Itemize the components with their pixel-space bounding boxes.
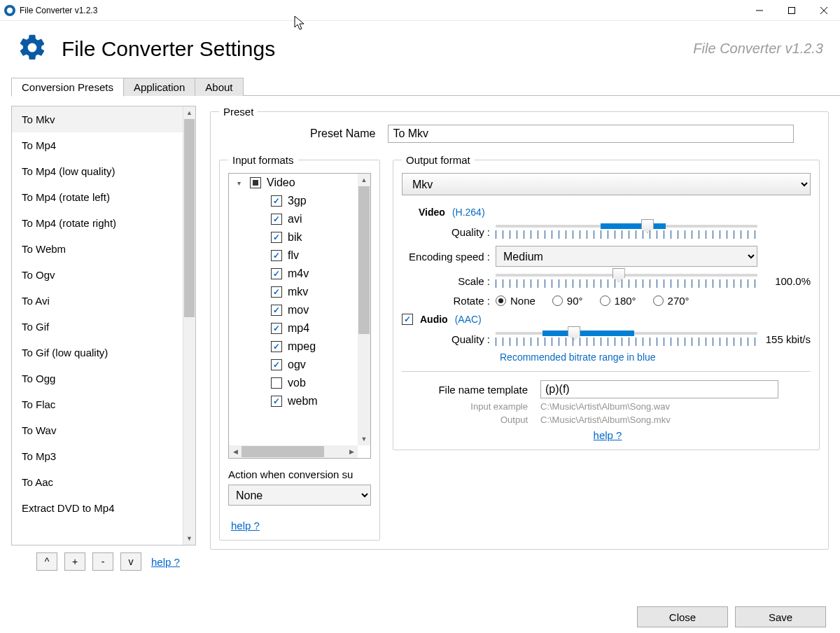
- preset-list-item[interactable]: To Wav: [12, 417, 195, 443]
- rotate-label: Rotate :: [402, 295, 496, 307]
- format-item[interactable]: ogv: [229, 356, 370, 374]
- input-formats-help-link[interactable]: help ?: [231, 520, 260, 531]
- preset-list-item[interactable]: To Ogv: [12, 262, 195, 288]
- video-codec-label: (H.264): [452, 207, 485, 218]
- format-item[interactable]: bik: [229, 228, 370, 246]
- audio-enabled-checkbox[interactable]: [402, 314, 413, 325]
- remove-preset-button[interactable]: -: [92, 552, 113, 571]
- format-checkbox[interactable]: [271, 359, 282, 370]
- format-item[interactable]: flv: [229, 246, 370, 265]
- preset-list-item[interactable]: To Gif: [12, 314, 195, 340]
- rotate-radio[interactable]: 180°: [600, 295, 636, 307]
- format-checkbox[interactable]: [271, 323, 282, 334]
- video-quality-slider[interactable]: [496, 222, 757, 242]
- scale-slider[interactable]: [496, 271, 757, 291]
- radio-icon: [600, 295, 610, 306]
- preset-list-item[interactable]: To Avi: [12, 288, 195, 314]
- tree-group-video[interactable]: ▾ Video: [229, 174, 370, 192]
- format-checkbox[interactable]: [271, 341, 282, 352]
- format-item[interactable]: m4v: [229, 265, 370, 283]
- tab-about[interactable]: About: [195, 78, 243, 96]
- tree-scrollbar-horizontal[interactable]: ◀ ▶: [229, 445, 358, 458]
- format-item[interactable]: webm: [229, 392, 370, 410]
- format-label: mov: [288, 304, 309, 316]
- output-example-value: C:\Music\Artist\Album\Song.mkv: [540, 415, 671, 425]
- format-checkbox[interactable]: [271, 195, 282, 207]
- tab-application[interactable]: Application: [123, 78, 195, 96]
- dialog-footer: Close Save: [637, 606, 826, 627]
- move-up-button[interactable]: ^: [36, 552, 57, 571]
- audio-quality-slider[interactable]: [496, 329, 757, 349]
- output-example-label: Output: [402, 415, 540, 425]
- format-checkbox[interactable]: [271, 286, 282, 298]
- preset-name-input[interactable]: [388, 125, 794, 143]
- preset-list-item[interactable]: To Gif (low quality): [12, 340, 195, 366]
- format-item[interactable]: vob: [229, 374, 370, 392]
- preset-list-item[interactable]: To Ogg: [12, 366, 195, 391]
- format-checkbox[interactable]: [271, 305, 282, 316]
- tab-strip: Conversion Presets Application About: [11, 78, 840, 96]
- checkbox-video-group[interactable]: [250, 177, 261, 188]
- preset-list-item[interactable]: To Mp4 (low quality): [12, 158, 195, 184]
- action-success-select[interactable]: None: [228, 485, 371, 506]
- format-item[interactable]: avi: [229, 210, 370, 228]
- preset-help-link[interactable]: help ?: [151, 556, 180, 568]
- preset-list-item[interactable]: To Mp3: [12, 443, 195, 469]
- preset-list-item[interactable]: To Mp4 (rotate right): [12, 210, 195, 236]
- preset-list-item[interactable]: To Mkv: [12, 106, 195, 132]
- scroll-down-icon[interactable]: ▼: [358, 433, 370, 445]
- format-checkbox[interactable]: [271, 377, 282, 389]
- collapse-icon[interactable]: ▾: [237, 179, 244, 187]
- rotate-radio[interactable]: 270°: [653, 295, 690, 307]
- format-item[interactable]: mpeg: [229, 338, 370, 356]
- format-checkbox[interactable]: [271, 232, 282, 243]
- close-button[interactable]: Close: [637, 606, 728, 627]
- format-item[interactable]: mp4: [229, 319, 370, 338]
- filename-help-link[interactable]: help ?: [594, 429, 622, 441]
- scroll-right-icon[interactable]: ▶: [345, 445, 358, 458]
- scrollbar-thumb[interactable]: [241, 446, 324, 457]
- format-item[interactable]: 3gp: [229, 192, 370, 210]
- audio-codec-label: (AAC): [455, 314, 482, 325]
- format-checkbox[interactable]: [271, 268, 282, 279]
- preset-list-item[interactable]: To Mp4 (rotate left): [12, 184, 195, 210]
- preset-list-item[interactable]: To Webm: [12, 236, 195, 262]
- add-preset-button[interactable]: +: [64, 552, 85, 571]
- tab-conversion-presets[interactable]: Conversion Presets: [11, 78, 124, 97]
- format-checkbox[interactable]: [271, 396, 282, 407]
- rotate-option-label: 180°: [615, 295, 636, 307]
- scroll-down-icon[interactable]: ▼: [183, 532, 195, 545]
- maximize-button[interactable]: [776, 0, 808, 21]
- preset-list-item[interactable]: Extract DVD to Mp4: [12, 495, 195, 521]
- recommended-bitrate-note: Recommended bitrate range in blue: [500, 352, 811, 363]
- save-button[interactable]: Save: [735, 606, 826, 627]
- format-item[interactable]: mkv: [229, 283, 370, 301]
- rotate-option-label: 90°: [567, 295, 583, 307]
- scroll-up-icon[interactable]: ▲: [358, 174, 370, 186]
- scrollbar-thumb[interactable]: [358, 186, 370, 334]
- preset-legend: Preset: [219, 106, 258, 118]
- scroll-up-icon[interactable]: ▲: [183, 106, 195, 119]
- output-format-select[interactable]: Mkv: [402, 173, 811, 195]
- tree-scrollbar-vertical[interactable]: ▲ ▼: [358, 174, 370, 445]
- app-icon: [4, 5, 15, 16]
- svg-rect-1: [789, 7, 795, 13]
- scroll-left-icon[interactable]: ◀: [229, 445, 241, 458]
- encoding-speed-select[interactable]: Medium: [496, 246, 757, 267]
- filename-template-input[interactable]: [540, 380, 778, 398]
- scrollbar-thumb[interactable]: [184, 119, 195, 317]
- format-checkbox[interactable]: [271, 250, 282, 261]
- preset-list-item[interactable]: To Aac: [12, 469, 195, 495]
- move-down-button[interactable]: v: [120, 552, 141, 571]
- preset-list-scrollbar[interactable]: ▲ ▼: [183, 106, 195, 545]
- audio-quality-value: 155 kbit/s: [757, 333, 811, 345]
- minimize-button[interactable]: [743, 0, 776, 21]
- format-checkbox[interactable]: [271, 214, 282, 225]
- preset-list-item[interactable]: To Flac: [12, 391, 195, 417]
- rotate-radio[interactable]: 90°: [552, 295, 583, 307]
- preset-list-item[interactable]: To Mp4: [12, 132, 195, 158]
- rotate-radio[interactable]: None: [496, 295, 536, 307]
- format-item[interactable]: mov: [229, 301, 370, 319]
- close-window-button[interactable]: [808, 0, 840, 21]
- rotate-option-label: None: [510, 295, 536, 307]
